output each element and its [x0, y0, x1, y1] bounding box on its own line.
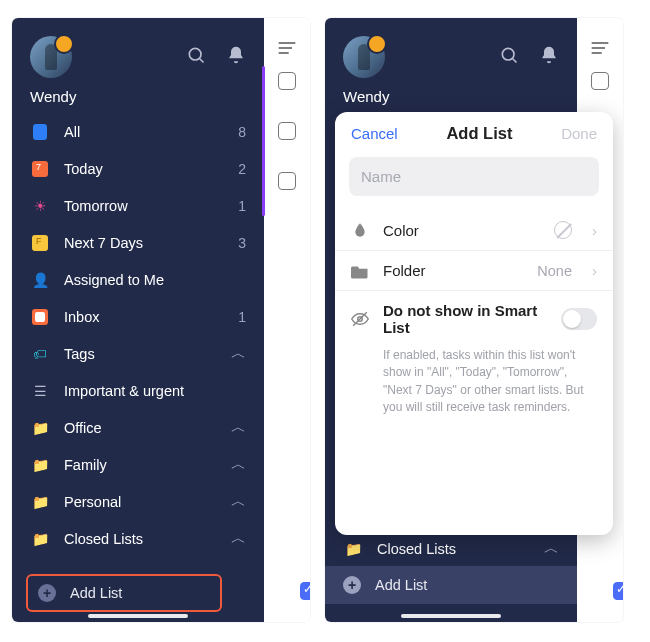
- add-list-modal: Cancel Add List Done Color › Folder None…: [335, 112, 613, 535]
- search-icon[interactable]: [186, 45, 206, 69]
- closed-icon: 📁: [30, 529, 50, 549]
- smart-list-row[interactable]: Do not show in Smart List: [335, 290, 613, 347]
- smart-list-toggle[interactable]: [561, 308, 597, 330]
- chevron-up-icon: ︿: [544, 539, 559, 558]
- sidebar-item-personal[interactable]: 📁 Personal ︿: [12, 483, 264, 520]
- sidebar-item-label: Today: [64, 161, 224, 177]
- svg-line-6: [513, 59, 517, 63]
- username[interactable]: Wendy: [30, 88, 246, 105]
- avatar[interactable]: [343, 36, 385, 78]
- menu-icon[interactable]: [277, 40, 297, 60]
- task-checkbox[interactable]: [278, 172, 296, 190]
- done-button[interactable]: Done: [561, 125, 597, 142]
- closed-icon: 📁: [343, 539, 363, 559]
- svg-line-1: [200, 59, 204, 63]
- row-label: Folder: [383, 262, 523, 279]
- sidebar-list: All 8 Today 2 ☀ Tomorrow 1 Next 7 Days 3…: [12, 113, 264, 622]
- cancel-button[interactable]: Cancel: [351, 125, 398, 142]
- sidebar-item-label: All: [64, 124, 224, 140]
- sidebar-item-tags[interactable]: 🏷 Tags ︿: [12, 335, 264, 372]
- task-checkbox[interactable]: [278, 122, 296, 140]
- modal-title: Add List: [446, 124, 512, 143]
- row-label: Color: [383, 222, 540, 239]
- screenshot-left: Wendy All 8 Today 2 ☀ Tomorrow 1 Next 7 …: [12, 18, 310, 622]
- sidebar-item-closed[interactable]: 📁 Closed Lists ︿: [12, 520, 264, 557]
- count-badge: 1: [238, 309, 246, 325]
- chevron-right-icon: ›: [592, 222, 597, 239]
- sidebar-item-important[interactable]: ☰ Important & urgent: [12, 372, 264, 409]
- sidebar-item-label: Important & urgent: [64, 383, 246, 399]
- chevron-up-icon: ︿: [231, 529, 246, 548]
- folder-row[interactable]: Folder None ›: [335, 250, 613, 290]
- sidebar-item-label: Office: [64, 420, 217, 436]
- sidebar-item-tomorrow[interactable]: ☀ Tomorrow 1: [12, 187, 264, 224]
- username[interactable]: Wendy: [343, 88, 559, 105]
- add-list-button[interactable]: + Add List: [325, 566, 577, 604]
- sidebar-item-office[interactable]: 📁 Office ︿: [12, 409, 264, 446]
- bell-icon[interactable]: [226, 45, 246, 69]
- search-icon[interactable]: [499, 45, 519, 69]
- folder-icon: 📁: [30, 492, 50, 512]
- tomorrow-icon: ☀: [30, 196, 50, 216]
- sidebar-item-label: Tomorrow: [64, 198, 224, 214]
- filter-icon: ☰: [30, 381, 50, 401]
- count-badge: 3: [238, 235, 246, 251]
- add-list-button[interactable]: + Add List: [26, 574, 222, 612]
- sidebar-item-assigned[interactable]: 👤 Assigned to Me: [12, 261, 264, 298]
- home-indicator: [88, 614, 188, 618]
- bell-icon[interactable]: [539, 45, 559, 69]
- task-checkbox[interactable]: [278, 72, 296, 90]
- sidebar-item-label: Closed Lists: [64, 531, 217, 547]
- eye-off-icon: [351, 310, 369, 328]
- next7-icon: [30, 233, 50, 253]
- assigned-icon: 👤: [30, 270, 50, 290]
- task-checkbox-checked[interactable]: [300, 582, 310, 600]
- row-value: None: [537, 263, 572, 279]
- screenshot-right: Wendy 📁 Personal ︿ 📁 Closed Lists ︿ + Ad…: [325, 18, 623, 622]
- sidebar-item-family[interactable]: 📁 Family ︿: [12, 446, 264, 483]
- chevron-up-icon: ︿: [231, 418, 246, 437]
- add-list-label: Add List: [70, 585, 122, 601]
- droplet-icon: [351, 221, 369, 239]
- folder-icon: [351, 263, 369, 279]
- chevron-up-icon: ︿: [231, 344, 246, 363]
- sidebar-item-label: Tags: [64, 346, 217, 362]
- count-badge: 1: [238, 198, 246, 214]
- today-icon: [30, 159, 50, 179]
- sidebar-item-label: Closed Lists: [377, 541, 530, 557]
- task-checkbox[interactable]: [591, 72, 609, 90]
- help-text: If enabled, tasks within this list won't…: [335, 347, 613, 435]
- svg-point-5: [502, 48, 514, 60]
- folder-icon: 📁: [30, 418, 50, 438]
- count-badge: 8: [238, 124, 246, 140]
- sidebar-header: Wendy: [12, 18, 264, 113]
- chevron-right-icon: ›: [592, 262, 597, 279]
- count-badge: 2: [238, 161, 246, 177]
- sidebar-item-all[interactable]: All 8: [12, 113, 264, 150]
- sidebar-header: Wendy: [325, 18, 577, 113]
- folder-icon: 📁: [30, 455, 50, 475]
- plus-icon: +: [343, 576, 361, 594]
- sidebar-item-label: Next 7 Days: [64, 235, 224, 251]
- plus-icon: +: [38, 584, 56, 602]
- sidebar-item-label: Inbox: [64, 309, 224, 325]
- sidebar: Wendy All 8 Today 2 ☀ Tomorrow 1 Next 7 …: [12, 18, 264, 622]
- row-label: Do not show in Smart List: [383, 302, 547, 336]
- task-checkbox-checked[interactable]: [613, 582, 623, 600]
- chevron-up-icon: ︿: [231, 492, 246, 511]
- avatar[interactable]: [30, 36, 72, 78]
- sidebar-item-today[interactable]: Today 2: [12, 150, 264, 187]
- color-row[interactable]: Color ›: [335, 210, 613, 250]
- home-indicator: [401, 614, 501, 618]
- sidebar-item-next7[interactable]: Next 7 Days 3: [12, 224, 264, 261]
- tags-icon: 🏷: [30, 344, 50, 364]
- selection-indicator: [262, 66, 265, 216]
- sidebar-item-closed[interactable]: 📁 Closed Lists ︿: [325, 530, 577, 567]
- no-color-icon: [554, 221, 572, 239]
- list-name-input[interactable]: [349, 157, 599, 196]
- menu-icon[interactable]: [590, 40, 610, 60]
- inbox-icon: [30, 307, 50, 327]
- sidebar-item-inbox[interactable]: Inbox 1: [12, 298, 264, 335]
- add-list-label: Add List: [375, 577, 427, 593]
- all-icon: [30, 122, 50, 142]
